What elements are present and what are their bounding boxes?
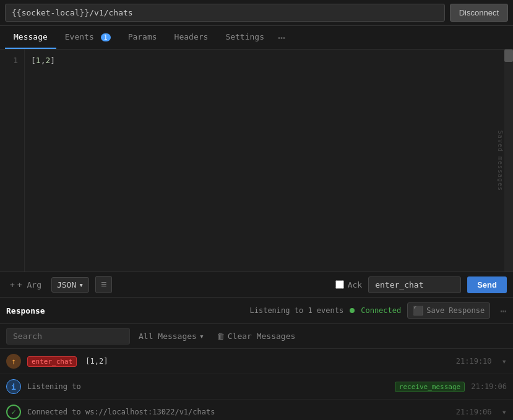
- tab-message[interactable]: Message: [5, 26, 56, 49]
- event-input[interactable]: [368, 276, 461, 293]
- line-numbers: 1: [0, 49, 25, 272]
- message-event-tag-1: receive_message: [395, 382, 465, 392]
- trash-icon: 🗑: [217, 332, 225, 341]
- expand-icon-2[interactable]: ▾: [502, 407, 507, 417]
- editor-line-1: [1,2]: [31, 54, 498, 67]
- all-messages-label: All Messages: [139, 332, 197, 341]
- chevron-down-icon: ▾: [79, 280, 84, 289]
- bottom-toolbar: + + Arg JSON ▾ ≡ Ack Send: [0, 272, 513, 298]
- json-dropdown[interactable]: JSON ▾: [51, 277, 89, 293]
- editor-scrollbar[interactable]: Saved messages: [504, 49, 513, 272]
- ack-checkbox[interactable]: [335, 280, 344, 289]
- ack-label: Ack: [348, 280, 362, 289]
- filter-bar: All Messages ▾ 🗑 Clear Messages: [0, 324, 513, 349]
- save-response-icon: ⬛: [413, 306, 423, 315]
- message-body-1: Listening to: [27, 382, 389, 391]
- message-item-1[interactable]: i Listening to receive_message 21:19:06: [0, 374, 513, 400]
- response-header: Response Listening to 1 events Connected…: [0, 298, 513, 324]
- save-response-label: Save Response: [426, 306, 485, 315]
- url-input[interactable]: [5, 4, 445, 22]
- save-response-button[interactable]: ⬛ Save Response: [407, 302, 490, 319]
- more-options-icon[interactable]: ⋯: [500, 304, 507, 317]
- message-time-0: 21:19:10: [456, 357, 492, 366]
- plus-icon: +: [10, 280, 15, 289]
- editor-area: 1 [1,2] Saved messages: [0, 49, 513, 272]
- format-icon: ≡: [101, 279, 106, 289]
- tab-params[interactable]: Params: [119, 26, 166, 49]
- tab-events[interactable]: Events 1: [56, 26, 119, 49]
- message-list: ↑ enter_chat [1,2] 21:19:10 ▾ i Listenin…: [0, 349, 513, 420]
- tabs-more-icon[interactable]: ⋯: [278, 30, 285, 45]
- expand-icon-0[interactable]: ▾: [502, 356, 507, 366]
- disconnect-button[interactable]: Disconnect: [450, 4, 508, 22]
- connected-label: Connected: [361, 306, 401, 315]
- all-messages-dropdown[interactable]: All Messages ▾: [135, 329, 208, 343]
- tab-headers[interactable]: Headers: [166, 26, 217, 49]
- message-item-0[interactable]: ↑ enter_chat [1,2] 21:19:10 ▾: [0, 349, 513, 374]
- message-item-2[interactable]: ✓ Connected to ws://localhost:13022/v1/c…: [0, 400, 513, 420]
- ack-section: Ack: [335, 280, 362, 289]
- message-time-2: 21:19:06: [456, 408, 492, 416]
- response-section: Response Listening to 1 events Connected…: [0, 298, 513, 420]
- format-button[interactable]: ≡: [95, 276, 112, 293]
- tab-settings[interactable]: Settings: [217, 26, 273, 49]
- clear-messages-button[interactable]: 🗑 Clear Messages: [213, 329, 300, 343]
- saved-messages-label: Saved messages: [496, 130, 503, 191]
- send-button[interactable]: Send: [467, 276, 507, 293]
- tabs-bar: Message Events 1 Params Headers Settings…: [0, 26, 513, 49]
- json-label: JSON: [57, 280, 76, 289]
- listening-text: Listening to 1 events: [249, 306, 343, 315]
- message-tag-0: enter_chat: [27, 356, 77, 367]
- success-icon: ✓: [6, 405, 21, 419]
- message-body-2: Connected to ws://localhost:13022/v1/cha…: [27, 408, 450, 416]
- scrollbar-thumb: [504, 49, 513, 62]
- editor-content[interactable]: [1,2]: [25, 49, 504, 272]
- chevron-down-icon: ▾: [199, 332, 204, 341]
- add-arg-button[interactable]: + + Arg: [6, 278, 45, 292]
- response-title: Response: [6, 306, 45, 315]
- message-time-1: 21:19:06: [471, 382, 507, 391]
- info-icon: i: [6, 379, 21, 394]
- search-input[interactable]: [6, 328, 130, 345]
- send-up-icon: ↑: [6, 354, 21, 369]
- connected-dot-icon: [350, 308, 355, 313]
- url-bar: Disconnect: [0, 0, 513, 26]
- events-badge: 1: [101, 33, 111, 41]
- clear-messages-label: Clear Messages: [228, 332, 296, 341]
- editor-code-1: [1,2]: [31, 54, 55, 67]
- add-arg-label: + Arg: [17, 280, 41, 289]
- line-number-1: 1: [0, 54, 18, 67]
- message-data-0: [1,2]: [85, 357, 108, 366]
